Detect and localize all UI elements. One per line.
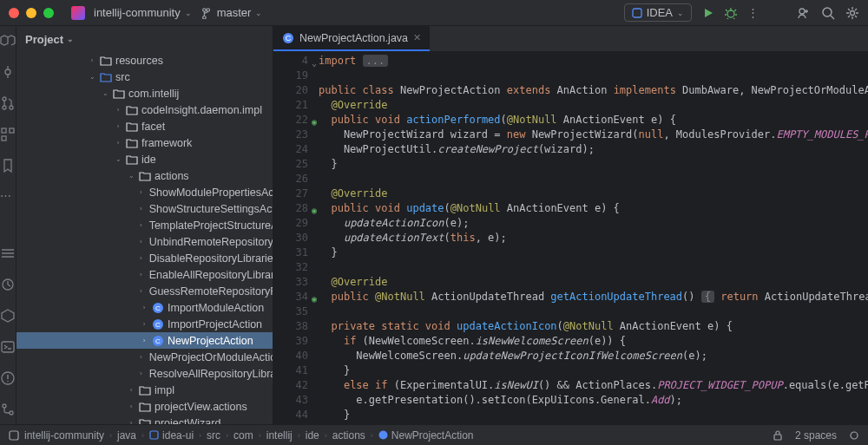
tree-node[interactable]: ›framework <box>16 134 273 151</box>
expand-arrow-icon[interactable]: › <box>140 238 142 245</box>
bookmarks-tool-icon[interactable] <box>0 158 16 173</box>
override-marker-icon[interactable]: ◉ <box>312 203 317 218</box>
search-button[interactable] <box>821 6 835 20</box>
commit-tool-icon[interactable] <box>0 64 16 80</box>
structure-tool-icon[interactable] <box>0 127 16 142</box>
tree-node[interactable]: ›CDisableRepositoryLibrariesSl <box>16 250 273 266</box>
tree-node[interactable]: ›CImportProjectAction <box>16 316 273 332</box>
debug-button[interactable] <box>725 7 737 19</box>
todo-icon[interactable] <box>0 245 16 261</box>
lock-icon[interactable] <box>773 430 783 441</box>
tree-node[interactable]: ›CShowStructureSettingsAction <box>16 200 273 217</box>
breadcrumb-item[interactable]: java <box>117 429 136 442</box>
expand-arrow-icon[interactable]: › <box>140 304 148 311</box>
folder-icon <box>113 88 125 100</box>
breadcrumbs[interactable]: intellij-community›java› idea-ui›src›com… <box>24 429 474 442</box>
run-button[interactable] <box>702 7 714 19</box>
tree-node[interactable]: ›projectView.actions <box>16 398 273 415</box>
tree-node[interactable]: ⌄actions <box>16 167 273 184</box>
expand-arrow-icon[interactable]: › <box>140 205 142 213</box>
tree-node[interactable]: ›CNewProjectAction <box>16 332 273 349</box>
more-tools-icon[interactable]: ⋯ <box>0 189 16 205</box>
tree-node-label: GuessRemoteRepositoryForE <box>149 285 273 298</box>
status-settings-icon[interactable] <box>849 430 859 441</box>
tree-node[interactable]: ›CImportModuleAction <box>16 299 273 316</box>
expand-arrow-icon[interactable]: › <box>127 386 135 394</box>
expand-arrow-icon[interactable]: › <box>140 370 142 377</box>
breadcrumb-item[interactable]: idea-ui <box>149 429 194 442</box>
expand-arrow-icon[interactable]: › <box>140 221 142 229</box>
tree-node[interactable]: ›facet <box>16 118 273 134</box>
branch-dropdown[interactable]: master⌄ <box>201 6 263 19</box>
expand-arrow-icon[interactable]: › <box>140 271 142 278</box>
expand-arrow-icon[interactable]: › <box>140 337 148 344</box>
tree-node[interactable]: ›CNewProjectOrModuleAction <box>16 349 273 365</box>
expand-arrow-icon[interactable]: › <box>140 287 142 295</box>
project-tree[interactable]: ›resources⌄src⌄com.intellij›codeInsight.… <box>16 52 273 424</box>
expand-arrow-icon[interactable]: ⌄ <box>101 89 109 97</box>
tree-node[interactable]: ›impl <box>16 382 273 398</box>
override-marker-icon[interactable]: ◉ <box>312 291 317 306</box>
svg-text:C: C <box>286 34 292 43</box>
expand-arrow-icon[interactable]: › <box>127 402 135 410</box>
project-panel-header[interactable]: Project ⌄ <box>16 26 273 52</box>
editor-body[interactable]: ✓ 4⌄19202122◉232425262728◉293031323334◉3… <box>273 52 868 424</box>
tree-node[interactable]: ›CUnbindRemoteRepositoryFor <box>16 233 273 250</box>
collab-icon[interactable] <box>797 6 811 20</box>
breadcrumb-item[interactable]: intellij-community <box>24 429 104 442</box>
indent-indicator[interactable]: 2 spaces <box>795 429 837 442</box>
more-button[interactable]: ⋮ <box>747 6 759 19</box>
breadcrumb-item[interactable]: src <box>207 429 220 442</box>
close-window[interactable] <box>9 8 19 18</box>
pull-requests-icon[interactable] <box>0 95 16 111</box>
project-dropdown[interactable]: intellij-community⌄ <box>94 6 192 19</box>
tab-newprojectaction[interactable]: C NewProjectAction.java ✕ <box>273 26 430 51</box>
vcs-tool-icon[interactable] <box>0 402 16 417</box>
tree-node[interactable]: ›projectWizard <box>16 415 273 424</box>
maximize-window[interactable] <box>43 8 54 18</box>
tree-node[interactable]: ›CShowModulePropertiesAction <box>16 184 273 200</box>
expand-arrow-icon[interactable]: ⌄ <box>88 73 96 81</box>
folder-icon <box>100 71 112 83</box>
tree-node[interactable]: ⌄com.intellij <box>16 85 273 101</box>
tree-node[interactable]: ›CGuessRemoteRepositoryForE <box>16 283 273 299</box>
close-tab-icon[interactable]: ✕ <box>413 32 421 43</box>
run-config-dropdown[interactable]: IDEA⌄ <box>624 3 692 22</box>
breadcrumb-item[interactable]: com <box>233 429 253 442</box>
line-number: 44 <box>273 408 308 422</box>
breadcrumb-item[interactable]: NewProjectAction <box>378 429 474 442</box>
expand-arrow-icon[interactable]: › <box>140 188 142 196</box>
svg-point-4 <box>851 10 855 15</box>
profiler-icon[interactable] <box>0 277 16 292</box>
tree-node[interactable]: ⌄ide <box>16 151 273 167</box>
expand-arrow-icon[interactable]: ⌄ <box>114 155 122 163</box>
tree-node[interactable]: ›CResolveAllRepositoryLibrarie <box>16 365 273 382</box>
minimize-window[interactable] <box>26 8 36 18</box>
build-tool-icon[interactable] <box>0 308 16 324</box>
tree-node[interactable]: ›resources <box>16 52 273 69</box>
tree-node[interactable]: ⌄src <box>16 69 273 85</box>
breadcrumb-item[interactable]: ide <box>306 429 319 442</box>
expand-arrow-icon[interactable]: ⌄ <box>127 172 135 180</box>
expand-arrow-icon[interactable]: › <box>140 320 148 328</box>
breadcrumb-separator-icon: › <box>259 431 261 440</box>
window-controls[interactable] <box>9 8 54 18</box>
settings-button[interactable] <box>845 6 859 20</box>
fold-marker-icon[interactable]: ⌄ <box>312 56 317 70</box>
expand-arrow-icon[interactable]: › <box>140 353 142 361</box>
expand-arrow-icon[interactable]: › <box>114 139 122 147</box>
expand-arrow-icon[interactable]: › <box>88 56 96 64</box>
expand-arrow-icon[interactable]: › <box>140 254 142 262</box>
expand-arrow-icon[interactable]: › <box>114 106 122 114</box>
breadcrumb-item[interactable]: intellij <box>266 429 293 442</box>
project-tool-icon[interactable] <box>0 33 16 49</box>
tree-node[interactable]: ›codeInsight.daemon.impl <box>16 101 273 118</box>
terminal-tool-icon[interactable] <box>0 339 16 355</box>
expand-arrow-icon[interactable]: › <box>114 122 122 130</box>
tree-node[interactable]: ›CEnableAllRepositoryLibraries <box>16 266 273 283</box>
tree-node[interactable]: ›CTemplateProjectStructureAc <box>16 217 273 233</box>
code-content[interactable]: import ... public class NewProjectAction… <box>319 52 868 424</box>
breadcrumb-item[interactable]: actions <box>332 429 365 442</box>
override-marker-icon[interactable]: ◉ <box>312 115 317 129</box>
problems-tool-icon[interactable] <box>0 370 16 386</box>
